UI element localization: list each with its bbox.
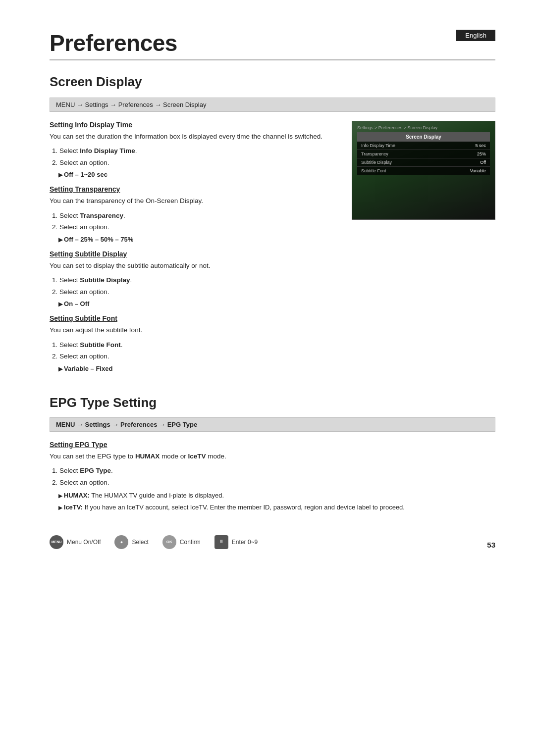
main-title: Preferences [50, 30, 495, 56]
language-badge: English [456, 30, 495, 41]
section2-breadcrumb-text: MENU → Settings → Preferences → EPG Type [56, 421, 197, 428]
section2-breadcrumb: MENU → Settings → Preferences → EPG Type [50, 417, 495, 432]
ok-icon: OK [162, 535, 176, 549]
option-subtitle-font: Variable – Fixed [58, 365, 340, 372]
tv-row-value: 25% [477, 151, 486, 156]
option-subtitle-display: On – Off [58, 300, 340, 307]
step-item: Select an option. [59, 477, 495, 488]
step-bold: Transparency [80, 212, 123, 219]
step-item: Select an option. [59, 157, 340, 168]
step-bold: Subtitle Display [80, 276, 130, 284]
step-item: Select Subtitle Font. [59, 340, 340, 351]
tv-screenshot-panel: Settings > Preferences > Screen Display … [352, 121, 495, 377]
section2-heading: EPG Type Setting [50, 395, 495, 410]
tv-breadcrumb: Settings > Preferences > Screen Display [357, 125, 437, 130]
body-subtitle-display: You can set to display the subtitle auto… [50, 261, 340, 271]
sub-heading-epg-type: Setting EPG Type [50, 441, 495, 449]
body-info-display: You can set the duration the information… [50, 132, 340, 142]
step-bold: EPG Type [80, 467, 111, 474]
section1-heading: Screen Display [50, 74, 495, 90]
steps-info-display: Select Info Display Time. Select an opti… [50, 146, 340, 168]
tv-row-value: Off [480, 160, 486, 165]
step-item: Select an option. [59, 351, 340, 362]
tv-menu-title: Screen Display [357, 132, 490, 142]
option-info-display: Off – 1~20 sec [58, 171, 340, 178]
bottom-icon-select: ● Select [114, 535, 148, 549]
enter-label: Enter 0~9 [232, 539, 258, 546]
step-bold: Subtitle Font [80, 341, 120, 349]
body-subtitle-font: You can adjust the subtitle font. [50, 325, 340, 335]
tv-row-value: Variable [470, 168, 486, 173]
step-item: Select Info Display Time. [59, 146, 340, 156]
steps-subtitle-display: Select Subtitle Display. Select an optio… [50, 275, 340, 297]
body-transparency: You can the transparency of the On-Scree… [50, 196, 340, 206]
bullet-item-icetv: IceTV: If you have an IceTV account, sel… [58, 503, 495, 513]
select-label: Select [132, 539, 148, 546]
tv-row-label: Subtitle Display [361, 160, 392, 165]
epg-bold2: IceTV [188, 453, 206, 460]
step-item: Select Subtitle Display. [59, 275, 340, 286]
section2: EPG Type Setting MENU → Settings → Prefe… [50, 395, 495, 513]
bottom-bar: MENU Menu On/Off ● Select OK Confirm ⠿ E… [50, 529, 495, 549]
bullet-bold: HUMAX: [64, 492, 90, 499]
section1-breadcrumb: MENU → Settings → Preferences → Screen D… [50, 98, 495, 112]
bullet-item-humax: HUMAX: The HUMAX TV guide and i-plate is… [58, 491, 495, 501]
step-item: Select an option. [59, 222, 340, 233]
tv-row-value: 5 sec [475, 143, 486, 148]
steps-transparency: Select Transparency. Select an option. [50, 210, 340, 233]
language-label: English [465, 32, 486, 39]
sub-heading-subtitle-display: Setting Subtitle Display [50, 250, 340, 258]
epg-bullet-list: HUMAX: The HUMAX TV guide and i-plate is… [50, 491, 495, 513]
nav-icon: ● [114, 535, 128, 549]
tv-row-label: Info Display Time [361, 143, 395, 148]
tv-menu-row: Subtitle Display Off [357, 158, 490, 167]
tv-screenshot: Settings > Preferences > Screen Display … [352, 121, 495, 220]
epg-bold1: HUMAX [135, 453, 160, 460]
bottom-icon-confirm: OK Confirm [162, 535, 201, 549]
sub-heading-info-display: Setting Info Display Time [50, 121, 340, 129]
section1-breadcrumb-text: MENU → Settings → Preferences → Screen D… [56, 101, 206, 108]
section1-left: Setting Info Display Time You can set th… [50, 121, 340, 377]
page-number: 53 [487, 541, 495, 549]
steps-subtitle-font: Select Subtitle Font. Select an option. [50, 340, 340, 362]
bottom-icon-menu: MENU Menu On/Off [50, 535, 101, 549]
tv-row-label: Transparency [361, 151, 388, 156]
title-divider [50, 59, 495, 60]
tv-menu-row: Transparency 25% [357, 150, 490, 158]
tv-menu-row: Subtitle Font Variable [357, 167, 490, 175]
step-item: Select an option. [59, 287, 340, 298]
menu-icon: MENU [50, 535, 63, 549]
bottom-icon-enter: ⠿ Enter 0~9 [214, 535, 258, 549]
menu-label: Menu On/Off [67, 539, 101, 546]
bullet-bold: IceTV: [64, 504, 83, 511]
sub-heading-subtitle-font: Setting Subtitle Font [50, 314, 340, 322]
sub-heading-transparency: Setting Transparency [50, 185, 340, 193]
body-epg-type: You can set the EPG type to HUMAX mode o… [50, 452, 495, 461]
step-item: Select Transparency. [59, 210, 340, 221]
tv-menu-row: Info Display Time 5 sec [357, 142, 490, 150]
option-transparency: Off – 25% – 50% – 75% [58, 236, 340, 243]
confirm-label: Confirm [180, 539, 201, 546]
step-item: Select EPG Type. [59, 465, 495, 476]
num-icon: ⠿ [214, 535, 228, 549]
tv-menu-panel: Screen Display Info Display Time 5 sec T… [357, 132, 490, 175]
steps-epg-type: Select EPG Type. Select an option. [50, 465, 495, 488]
step-bold: Info Display Time [80, 147, 135, 154]
tv-row-label: Subtitle Font [361, 168, 386, 173]
